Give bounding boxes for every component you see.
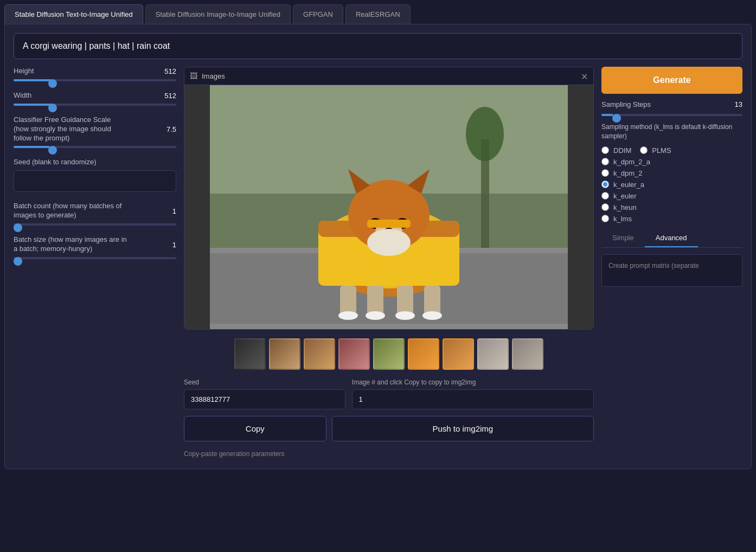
thumbnail-9[interactable]: [512, 338, 543, 370]
plms-label[interactable]: PLMS: [652, 146, 671, 155]
k-dpm-2a-radio[interactable]: [601, 158, 609, 165]
tab-gfpgan[interactable]: GFPGAN: [293, 4, 343, 24]
thumbnails: [184, 336, 594, 372]
batch-size-label: Batch size (how many images are in a bat…: [14, 235, 127, 254]
k-euler-radio[interactable]: [601, 192, 609, 200]
ddim-option: DDIM: [601, 146, 631, 155]
thumbnail-5[interactable]: [373, 338, 405, 370]
cfg-label-row: Classifier Free Guidance Scale (how stro…: [14, 115, 176, 143]
width-slider[interactable]: [14, 104, 176, 106]
svg-point-24: [367, 229, 411, 256]
svg-rect-17: [367, 286, 383, 316]
svg-rect-18: [397, 286, 413, 316]
image-num-input[interactable]: [352, 389, 594, 409]
thumbnail-8[interactable]: [477, 338, 509, 370]
height-slider-group: Height 512: [14, 67, 176, 81]
k-lms-label[interactable]: k_lms: [613, 215, 632, 223]
svg-point-22: [395, 311, 415, 320]
svg-point-20: [338, 311, 358, 320]
cfg-label: Classifier Free Guidance Scale (how stro…: [14, 115, 127, 143]
k-euler-option: k_euler: [601, 192, 742, 200]
k-dpm-2-radio[interactable]: [601, 169, 609, 177]
ddim-plms-row: DDIM PLMS: [601, 146, 742, 155]
thumbnail-6[interactable]: [408, 338, 439, 370]
svg-rect-16: [340, 286, 356, 316]
svg-point-27: [466, 107, 504, 161]
image-icon: 🖼: [190, 72, 197, 80]
k-heun-label[interactable]: k_heun: [613, 203, 637, 211]
main-image: [184, 85, 593, 329]
sampling-method-radio-group: DDIM PLMS k_dpm_2_a k_dpm_2: [601, 146, 742, 223]
batch-size-value: 1: [172, 241, 176, 249]
right-panel: Generate Sampling Steps 13 Sampling meth…: [601, 67, 742, 460]
seed-display-input[interactable]: [184, 389, 345, 409]
action-buttons: Copy Push to img2img: [184, 416, 594, 441]
batch-size-label-row: Batch size (how many images are in a bat…: [14, 235, 176, 254]
svg-rect-25: [367, 220, 411, 228]
sampling-steps-slider[interactable]: [601, 114, 742, 116]
cfg-value: 7.5: [166, 125, 176, 133]
seed-display-group: Seed: [184, 378, 345, 409]
plms-radio[interactable]: [640, 146, 648, 154]
prompt-input[interactable]: A corgi wearing | pants | hat | rain coa…: [14, 33, 742, 59]
batch-count-label: Batch count (how many batches of images …: [14, 202, 127, 220]
batch-count-group: Batch count (how many batches of images …: [14, 202, 176, 226]
sampling-method-label: Sampling method (k_lms is default k-diff…: [601, 123, 742, 141]
tab-simple[interactable]: Simple: [601, 229, 645, 247]
tabs-bar: Stable Diffusion Text-to-Image Unified S…: [0, 0, 756, 24]
height-label: Height: [14, 67, 34, 76]
k-dpm-2a-label[interactable]: k_dpm_2_a: [613, 158, 650, 166]
k-euler-a-radio[interactable]: [601, 181, 609, 188]
thumbnail-1[interactable]: [234, 338, 266, 370]
bottom-tabs: Simple Advanced: [601, 229, 742, 248]
tab-img2img[interactable]: Stable Diffusion Image-to-Image Unified: [145, 4, 291, 24]
sampling-steps-value: 13: [735, 100, 742, 108]
height-slider[interactable]: [14, 79, 176, 81]
ddim-label[interactable]: DDIM: [613, 146, 631, 155]
ddim-radio[interactable]: [601, 146, 609, 154]
batch-count-value: 1: [172, 207, 176, 215]
height-value: 512: [164, 67, 176, 75]
batch-size-slider[interactable]: [14, 257, 176, 259]
width-label-row: Width 512: [14, 91, 176, 100]
k-dpm-2-label[interactable]: k_dpm_2: [613, 169, 642, 177]
width-slider-group: Width 512: [14, 91, 176, 106]
copy-paste-label: Copy-paste generation parameters: [184, 448, 594, 460]
create-prompt-box: Create prompt matrix (separate: [601, 254, 742, 287]
k-lms-option: k_lms: [601, 215, 742, 223]
batch-size-group: Batch size (how many images are in a bat…: [14, 235, 176, 259]
svg-point-21: [366, 311, 385, 320]
image-viewer: 🖼 Images ✕: [184, 67, 594, 330]
width-label: Width: [14, 91, 31, 100]
k-heun-radio[interactable]: [601, 203, 609, 211]
batch-count-slider[interactable]: [14, 223, 176, 226]
copy-button[interactable]: Copy: [184, 416, 326, 441]
k-euler-a-label[interactable]: k_euler_a: [613, 181, 644, 189]
close-button[interactable]: ✕: [581, 72, 588, 82]
thumbnail-7[interactable]: [443, 338, 474, 370]
k-euler-a-option: k_euler_a: [601, 181, 742, 189]
k-euler-label[interactable]: k_euler: [613, 192, 637, 200]
cfg-slider[interactable]: [14, 146, 176, 148]
image-viewer-title: Images: [202, 72, 225, 80]
thumbnail-2[interactable]: [269, 338, 300, 370]
k-dpm-2a-option: k_dpm_2_a: [601, 158, 742, 166]
k-dpm-2-option: k_dpm_2: [601, 169, 742, 177]
tab-realesrgan[interactable]: RealESRGAN: [345, 4, 411, 24]
center-panel: 🖼 Images ✕: [184, 67, 594, 460]
sampling-steps-section: Sampling Steps 13: [601, 100, 742, 116]
k-heun-option: k_heun: [601, 203, 742, 211]
seed-image-controls: Seed Image # and click Copy to copy to i…: [184, 378, 594, 409]
thumbnail-3[interactable]: [304, 338, 335, 370]
seed-label: Seed (blank to randomize): [14, 158, 176, 167]
push-to-img2img-button[interactable]: Push to img2img: [332, 416, 594, 441]
seed-input[interactable]: [14, 170, 176, 192]
generate-button[interactable]: Generate: [601, 67, 742, 94]
seed-group: Seed (blank to randomize): [14, 158, 176, 192]
tab-txt2img[interactable]: Stable Diffusion Text-to-Image Unified: [4, 4, 143, 24]
thumbnail-4[interactable]: [338, 338, 370, 370]
svg-point-23: [422, 311, 442, 320]
k-lms-radio[interactable]: [601, 215, 609, 222]
cfg-slider-group: Classifier Free Guidance Scale (how stro…: [14, 115, 176, 149]
tab-advanced[interactable]: Advanced: [645, 229, 698, 247]
